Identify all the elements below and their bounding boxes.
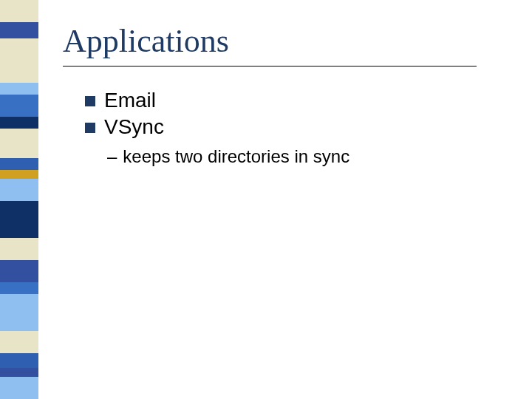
- square-bullet-icon: [85, 123, 95, 133]
- sub-bullet-text: keeps two directories in sync: [123, 146, 349, 167]
- sidebar-block: [0, 158, 38, 170]
- sidebar-block: [0, 238, 38, 260]
- sidebar-block: [0, 294, 38, 331]
- sidebar-block: [0, 282, 38, 294]
- bullet-item: Email: [85, 89, 510, 112]
- sidebar-block: [0, 170, 38, 179]
- slide-body: Email VSync – keeps two directories in s…: [63, 89, 510, 167]
- slide-content: Applications Email VSync – keeps two dir…: [63, 22, 510, 167]
- sidebar-block: [0, 22, 38, 38]
- sidebar-block: [0, 368, 38, 377]
- sidebar-block: [0, 179, 38, 201]
- bullet-item: VSync: [85, 115, 510, 139]
- square-bullet-icon: [85, 96, 95, 106]
- sidebar-block: [0, 377, 38, 399]
- sidebar-block: [0, 83, 38, 95]
- bullet-text: Email: [104, 89, 156, 112]
- sidebar-block: [0, 201, 38, 238]
- slide: Applications Email VSync – keeps two dir…: [0, 0, 532, 399]
- slide-title: Applications: [63, 22, 510, 60]
- title-underline: [63, 66, 477, 66]
- decorative-sidebar: [0, 0, 38, 399]
- sidebar-block: [0, 95, 38, 117]
- sub-bullet-item: – keeps two directories in sync: [107, 146, 510, 167]
- sidebar-block: [0, 38, 38, 83]
- sidebar-block: [0, 129, 38, 158]
- sidebar-block: [0, 353, 38, 368]
- sidebar-block: [0, 117, 38, 129]
- sidebar-block: [0, 260, 38, 282]
- bullet-text: VSync: [104, 115, 164, 139]
- sidebar-block: [0, 0, 38, 22]
- sidebar-block: [0, 331, 38, 353]
- dash-bullet-icon: –: [107, 146, 117, 167]
